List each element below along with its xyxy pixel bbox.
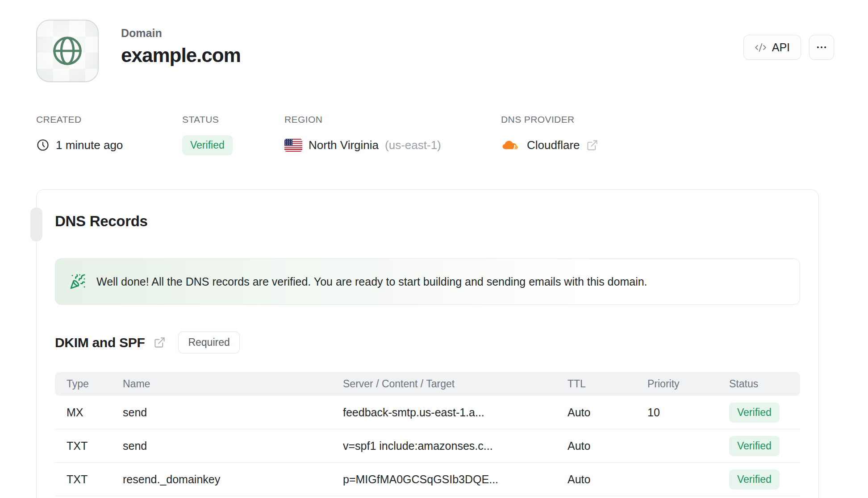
- status-badge: Verified: [182, 135, 233, 155]
- globe-icon: [50, 33, 85, 68]
- page-title: example.com: [121, 44, 241, 66]
- party-popper-icon: [70, 274, 86, 290]
- clock-icon: [36, 138, 50, 152]
- col-header-ttl: TTL: [568, 378, 647, 390]
- domain-avatar: [36, 20, 99, 82]
- table-row[interactable]: MX send feedback-smtp.us-east-1.a... Aut…: [55, 396, 800, 429]
- required-badge: Required: [178, 332, 239, 353]
- status-label: STATUS: [182, 114, 284, 125]
- col-header-type: Type: [67, 378, 123, 390]
- meta-row: CREATED 1 minute ago STATUS Verified REG…: [36, 114, 598, 154]
- verified-badge: Verified: [729, 469, 780, 490]
- cell-type: TXT: [67, 473, 123, 486]
- meta-region: REGION North Virginia (us-east-1): [284, 114, 501, 154]
- verified-badge: Verified: [729, 436, 780, 456]
- cell-name: resend._domainkey: [123, 473, 343, 486]
- col-header-content: Server / Content / Target: [343, 378, 568, 390]
- card-notch: [30, 208, 42, 241]
- cell-ttl: Auto: [568, 473, 647, 486]
- cell-content: feedback-smtp.us-east-1.a...: [343, 406, 568, 419]
- cell-content: p=MIGfMA0GCSqGSIb3DQE...: [343, 473, 568, 486]
- cell-type: TXT: [67, 440, 123, 452]
- col-header-status: Status: [729, 378, 800, 390]
- col-header-priority: Priority: [647, 378, 729, 390]
- dkim-spf-title: DKIM and SPF: [55, 335, 145, 350]
- table-header-row: Type Name Server / Content / Target TTL …: [55, 372, 800, 396]
- cell-name: send: [123, 406, 343, 419]
- title-block: Domain example.com: [121, 20, 241, 66]
- external-link-icon[interactable]: [154, 336, 166, 349]
- cell-name: send: [123, 440, 343, 452]
- region-label: REGION: [284, 114, 501, 125]
- created-label: CREATED: [36, 114, 182, 125]
- meta-dns-provider: DNS PROVIDER Cloudflare: [501, 114, 598, 154]
- cell-type: MX: [67, 406, 123, 419]
- table-row[interactable]: TXT resend._domainkey p=MIGfMA0GCSqGSIb3…: [55, 463, 800, 496]
- api-button[interactable]: API: [743, 35, 801, 60]
- col-header-name: Name: [123, 378, 343, 390]
- created-value: 1 minute ago: [56, 138, 123, 152]
- cell-content: v=spf1 include:amazonses.c...: [343, 440, 568, 452]
- ellipsis-icon: [815, 41, 828, 54]
- dns-provider-label: DNS PROVIDER: [501, 114, 598, 125]
- dns-records-table: Type Name Server / Content / Target TTL …: [55, 372, 800, 496]
- cell-ttl: Auto: [568, 440, 647, 452]
- region-code: (us-east-1): [385, 138, 441, 152]
- region-value: North Virginia: [309, 138, 379, 152]
- external-link-icon[interactable]: [586, 139, 598, 151]
- success-banner: Well done! All the DNS records are verif…: [55, 258, 800, 305]
- table-row[interactable]: TXT send v=spf1 include:amazonses.c... A…: [55, 429, 800, 463]
- header-actions: API: [743, 35, 834, 60]
- page-header: Domain example.com API: [36, 20, 834, 82]
- banner-text: Well done! All the DNS records are verif…: [96, 275, 647, 288]
- domain-eyebrow: Domain: [121, 27, 241, 40]
- us-flag-icon: [284, 139, 302, 152]
- cloudflare-icon: [501, 138, 521, 152]
- dns-records-card: DNS Records Well done! All the DNS recor…: [36, 189, 819, 498]
- domain-page: Domain example.com API CREATED: [0, 0, 868, 498]
- cell-priority: 10: [647, 406, 729, 419]
- dns-provider-value: Cloudflare: [527, 138, 580, 152]
- code-icon: [755, 42, 767, 54]
- dkim-spf-section-header: DKIM and SPF Required: [55, 332, 800, 353]
- api-button-label: API: [772, 41, 790, 54]
- more-options-button[interactable]: [809, 35, 834, 60]
- meta-created: CREATED 1 minute ago: [36, 114, 182, 154]
- meta-status: STATUS Verified: [182, 114, 284, 154]
- dns-records-title: DNS Records: [55, 213, 800, 230]
- cell-ttl: Auto: [568, 406, 647, 419]
- verified-badge: Verified: [729, 403, 780, 423]
